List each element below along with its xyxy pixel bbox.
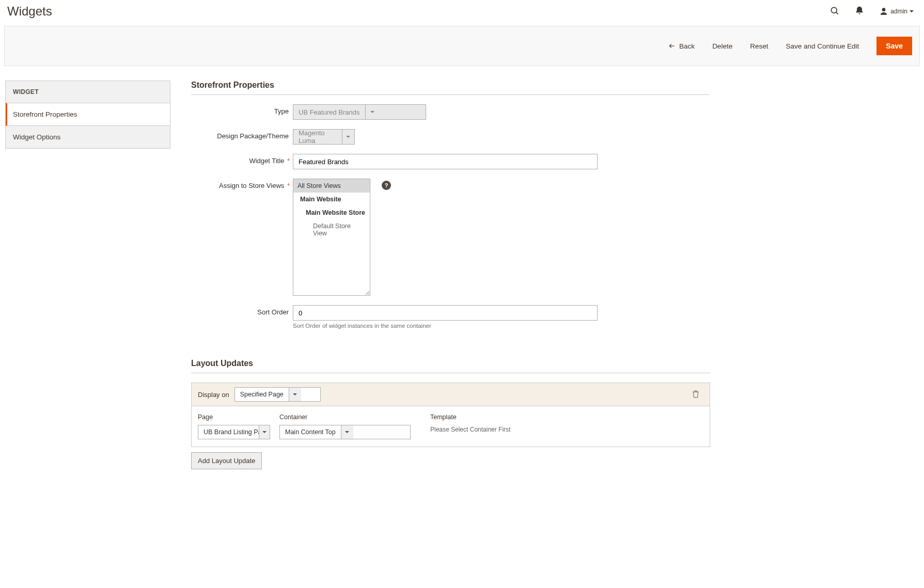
delete-button[interactable]: Delete (712, 42, 732, 50)
widget-title-label: Widget Title * (191, 154, 293, 165)
delete-layout-icon[interactable] (691, 389, 703, 400)
sidebar-panel: WIDGET Storefront Properties Widget Opti… (5, 81, 170, 149)
store-views-select[interactable]: All Store Views Main Website Main Websit… (293, 179, 370, 296)
user-label: admin (890, 8, 907, 15)
sort-order-label: Sort Order (191, 305, 293, 316)
type-label: Type (191, 104, 293, 115)
chevron-down-icon (342, 130, 354, 144)
svg-point-0 (832, 7, 837, 13)
back-button[interactable]: Back (668, 42, 695, 50)
store-view-website[interactable]: Main Website (293, 193, 370, 206)
reset-button[interactable]: Reset (750, 42, 768, 50)
chevron-down-icon (341, 425, 353, 439)
store-view-store[interactable]: Main Website Store (293, 206, 370, 219)
tab-widget-options[interactable]: Widget Options (6, 126, 170, 148)
template-value: Please Select Container First (430, 425, 510, 433)
theme-label: Design Package/Theme (191, 129, 293, 140)
widget-title-input[interactable] (293, 154, 598, 169)
user-menu[interactable]: admin (879, 7, 914, 16)
chevron-down-icon (365, 105, 380, 119)
container-label: Container (279, 414, 411, 421)
sort-order-hint: Sort Order of widget instances in the sa… (293, 323, 710, 329)
layout-update-box: Display on Specified Page Page UB Brand … (191, 383, 710, 447)
caret-down-icon (910, 10, 914, 12)
sort-order-input[interactable] (293, 305, 598, 321)
store-view-all[interactable]: All Store Views (293, 179, 370, 193)
action-bar: Back Delete Reset Save and Continue Edit… (4, 26, 920, 66)
search-icon[interactable] (829, 6, 840, 18)
theme-select: Magento Luma (293, 129, 355, 145)
sidebar-panel-title: WIDGET (6, 81, 170, 103)
chevron-down-icon (289, 388, 301, 401)
save-button[interactable]: Save (876, 37, 912, 55)
tab-storefront-properties[interactable]: Storefront Properties (6, 103, 170, 126)
save-continue-button[interactable]: Save and Continue Edit (786, 42, 859, 50)
assign-store-label: Assign to Store Views * (191, 179, 293, 189)
storefront-section-title: Storefront Properties (191, 81, 710, 95)
page-select[interactable]: UB Brand Listing Pa (198, 425, 270, 439)
page-title: Widgets (7, 4, 52, 19)
user-icon (879, 7, 888, 16)
add-layout-update-button[interactable]: Add Layout Update (191, 452, 262, 469)
help-icon[interactable]: ? (382, 181, 391, 190)
notifications-icon[interactable] (854, 6, 865, 18)
layout-section-title: Layout Updates (191, 359, 710, 373)
trash-icon (691, 389, 700, 399)
display-on-label: Display on (198, 391, 229, 399)
chevron-down-icon (259, 425, 270, 439)
type-select: UB Featured Brands (293, 104, 426, 120)
svg-line-1 (836, 12, 838, 14)
page-label: Page (198, 414, 270, 421)
container-select[interactable]: Main Content Top (279, 425, 411, 439)
store-view-default[interactable]: Default Store View (293, 219, 370, 240)
template-label: Template (430, 414, 510, 421)
display-on-select[interactable]: Specified Page (234, 387, 321, 402)
arrow-left-icon (668, 42, 676, 50)
